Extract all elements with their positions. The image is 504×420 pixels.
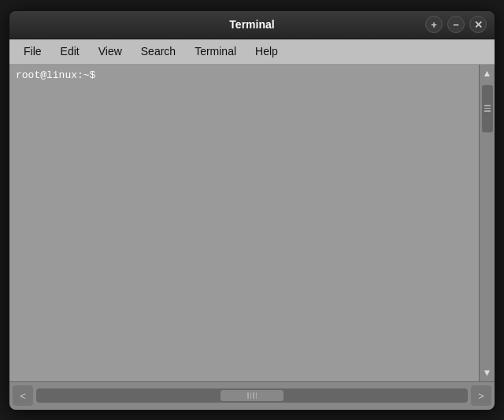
hscroll-track[interactable]	[36, 388, 468, 403]
terminal-body: root@linux:~$ ▲ ▼	[9, 65, 495, 381]
scroll-left-arrow[interactable]: <	[13, 385, 33, 406]
menu-help[interactable]: Help	[247, 42, 286, 61]
vscroll-grip	[484, 105, 491, 112]
menu-terminal[interactable]: Terminal	[187, 42, 244, 61]
terminal-window: Terminal + − ✕ File Edit View Search Ter…	[8, 9, 496, 411]
down-arrow-icon: ▼	[483, 367, 492, 378]
hscroll-grip-2	[250, 392, 252, 399]
menu-view[interactable]: View	[91, 42, 130, 61]
titlebar: Terminal + − ✕	[9, 11, 495, 39]
hscroll-grip-3	[253, 392, 254, 399]
window-controls: + − ✕	[425, 16, 487, 33]
add-button[interactable]: +	[425, 16, 443, 33]
vscroll-track[interactable]	[480, 82, 495, 364]
hscroll-grip-1	[247, 392, 249, 399]
menubar: File Edit View Search Terminal Help	[9, 39, 495, 65]
scroll-up-arrow[interactable]: ▲	[480, 65, 495, 82]
menu-search[interactable]: Search	[133, 42, 183, 61]
hscroll-grip-4	[256, 392, 258, 399]
hscroll-thumb[interactable]	[220, 390, 284, 401]
scroll-right-arrow[interactable]: >	[471, 385, 491, 406]
vscroll-thumb[interactable]	[482, 85, 493, 132]
scroll-down-arrow[interactable]: ▼	[480, 364, 495, 381]
vertical-scrollbar[interactable]: ▲ ▼	[479, 65, 495, 381]
left-arrow-icon: <	[20, 390, 26, 402]
menu-file[interactable]: File	[16, 42, 50, 61]
menu-edit[interactable]: Edit	[53, 42, 87, 61]
terminal-content[interactable]: root@linux:~$	[9, 65, 479, 381]
up-arrow-icon: ▲	[483, 68, 492, 79]
window-title: Terminal	[229, 18, 274, 31]
terminal-prompt: root@linux:~$	[16, 69, 95, 81]
right-arrow-icon: >	[478, 390, 484, 402]
close-button[interactable]: ✕	[469, 16, 487, 33]
minimize-button[interactable]: −	[447, 16, 465, 33]
horizontal-scrollbar[interactable]: < >	[9, 381, 495, 410]
